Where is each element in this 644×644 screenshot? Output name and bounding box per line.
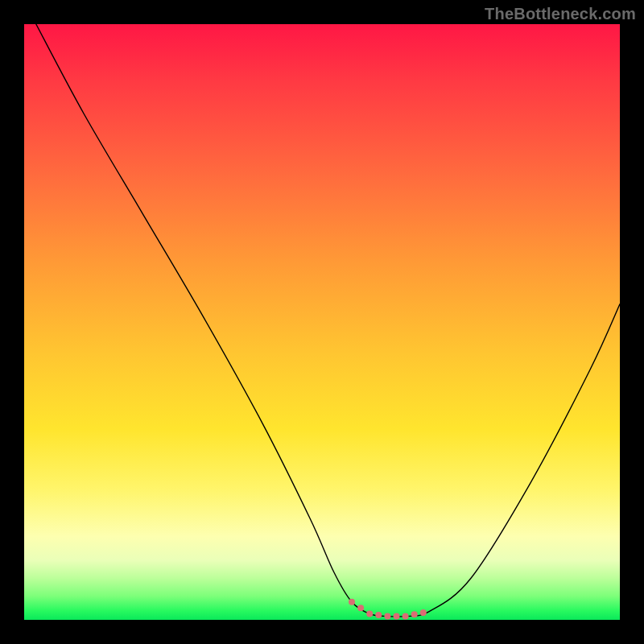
optimal-dot <box>366 611 373 617</box>
curve-layer <box>24 24 620 620</box>
optimal-dot <box>420 609 427 616</box>
bottleneck-curve <box>36 24 620 617</box>
chart-frame: TheBottleneck.com <box>0 0 644 644</box>
optimal-dot <box>402 613 409 620</box>
plot-area <box>24 24 620 620</box>
watermark-text: TheBottleneck.com <box>485 5 636 23</box>
optimal-region-dots <box>349 599 427 620</box>
optimal-dot <box>411 611 418 617</box>
optimal-dot <box>384 613 390 620</box>
optimal-dot <box>375 612 382 618</box>
optimal-dot <box>349 599 355 605</box>
optimal-dot <box>394 613 400 620</box>
optimal-dot <box>357 605 364 611</box>
